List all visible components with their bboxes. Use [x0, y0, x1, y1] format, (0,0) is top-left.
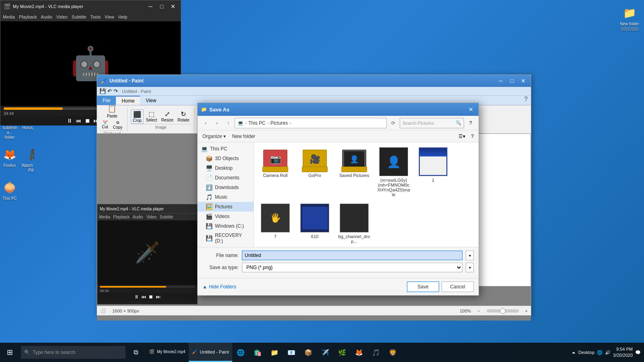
- dialog-close-btn[interactable]: ✕: [466, 105, 475, 114]
- taskbar-iridium[interactable]: 🌿: [334, 343, 351, 362]
- file-7[interactable]: 🖐️ 7: [257, 202, 293, 245]
- save-button[interactable]: Save: [407, 282, 439, 292]
- taskbar-vlc[interactable]: 🎬 My Movie2.mp4: [146, 343, 189, 362]
- vlc2-play-btn[interactable]: ⏸: [134, 294, 139, 300]
- tray-network[interactable]: 🌐: [597, 350, 603, 355]
- vlc-menu-subtitle[interactable]: Subtitle: [72, 14, 87, 19]
- paint-save-quick-icon[interactable]: 💾: [99, 88, 106, 94]
- nav-up-btn[interactable]: ↑: [223, 118, 233, 128]
- vlc-maximize-btn[interactable]: □: [157, 2, 166, 11]
- select-btn[interactable]: ⬚ Select: [144, 109, 159, 124]
- file-long-name[interactable]: 👤 (m=ewILG0y)(mh=FMNOM0cXHYnQa4Z0)male: [376, 146, 412, 199]
- filetype-select[interactable]: PNG (*.png): [242, 263, 462, 272]
- crop-btn[interactable]: ⬛ Crop: [131, 109, 144, 124]
- breadcrumb-bar[interactable]: 💻 › This PC › Pictures ›: [235, 118, 387, 128]
- sidebar-videos[interactable]: 🎬 Videos: [198, 212, 254, 221]
- vlc2-stop-btn[interactable]: ⏹: [149, 294, 153, 300]
- cancel-button[interactable]: Cancel: [442, 282, 474, 292]
- taskbar-edge[interactable]: 🌐: [232, 343, 249, 362]
- help-btn[interactable]: ?: [466, 118, 475, 128]
- vlc2-menu-subtitle[interactable]: Subtitle: [160, 215, 173, 219]
- taskbar-store[interactable]: 🛍️: [249, 343, 266, 362]
- sidebar-3d-objects[interactable]: 📦 3D Objects: [198, 154, 254, 163]
- new-folder-btn[interactable]: New folder: [230, 133, 258, 140]
- file-saved-pictures[interactable]: 👤 Saved Pictures: [336, 146, 372, 199]
- view-help-btn[interactable]: ?: [469, 133, 475, 140]
- vlc-menu-audio[interactable]: Audio: [41, 14, 52, 19]
- vlc-menu-tools[interactable]: Tools: [90, 14, 101, 19]
- paint-maximize-btn[interactable]: □: [508, 76, 516, 85]
- sidebar-desktop[interactable]: 🖥️ Desktop: [198, 163, 254, 173]
- paint-redo-icon[interactable]: ↷: [114, 88, 118, 94]
- view-toggle-btn[interactable]: ☰▾: [457, 133, 467, 140]
- file-610[interactable]: 610: [297, 202, 333, 245]
- breadcrumb-thispc[interactable]: This PC: [248, 120, 266, 126]
- search-box[interactable]: Search Pictures 🔍: [400, 118, 464, 128]
- paint-help-btn[interactable]: ?: [521, 96, 531, 105]
- desktop-icon-tor-browser[interactable]: 🧅 This PC: [0, 178, 19, 204]
- taskbar-time[interactable]: 9:54 PM 3/20/2020: [613, 346, 633, 359]
- sidebar-documents[interactable]: 📄 Documents: [198, 173, 254, 183]
- vlc-menu-view[interactable]: View: [105, 14, 114, 19]
- sidebar-windows-c[interactable]: 💾 Windows (C:): [198, 221, 254, 231]
- file-bg-channel[interactable]: bg_channel_drop...: [336, 202, 372, 245]
- sidebar-pictures[interactable]: 🖼️ Pictures: [198, 202, 254, 212]
- paint-tab-view[interactable]: View: [140, 96, 162, 105]
- sidebar-music[interactable]: 🎵 Music: [198, 192, 254, 202]
- cut-btn[interactable]: ✂️ Cut: [100, 119, 110, 130]
- vlc-play-btn[interactable]: ⏸: [67, 117, 72, 124]
- nav-forward-btn[interactable]: ›: [212, 118, 222, 128]
- vlc-menu-playback[interactable]: Playback: [19, 14, 37, 19]
- nav-back-btn[interactable]: ‹: [201, 118, 211, 128]
- zoom-out-btn[interactable]: −: [477, 309, 480, 313]
- rotate-btn[interactable]: ↻ Rotate: [176, 109, 191, 124]
- taskbar-tripadvisor[interactable]: ✈️: [317, 343, 334, 362]
- vlc2-menu-media[interactable]: Media: [99, 215, 110, 219]
- task-view-btn[interactable]: ⧉: [127, 343, 144, 362]
- filename-input[interactable]: [242, 251, 462, 260]
- vlc-prev-btn[interactable]: ⏮: [76, 117, 81, 124]
- vlc-menu-help[interactable]: Help: [118, 14, 128, 19]
- vlc-stop-btn[interactable]: ⏹: [85, 117, 90, 124]
- desktop-icon-watch-red-pill[interactable]: 🎥 Watch The Red Pill 20...: [19, 145, 34, 175]
- paint-tab-home[interactable]: Home: [116, 96, 140, 105]
- taskbar-amazon[interactable]: 📦: [300, 343, 317, 362]
- copy-btn[interactable]: ⧉ Copy: [111, 119, 124, 130]
- filename-dropdown-btn[interactable]: ▾: [466, 251, 474, 260]
- vlc-close-btn[interactable]: ✕: [169, 2, 178, 11]
- tray-notification[interactable]: 🗨️: [635, 350, 641, 355]
- hide-folders-btn[interactable]: ▲ Hide Folders: [202, 284, 236, 290]
- paste-btn[interactable]: 📋 Paste: [105, 105, 120, 119]
- taskbar-firefox-taskbar[interactable]: 🦊: [351, 343, 367, 362]
- sidebar-this-pc[interactable]: 💻 This PC: [198, 144, 254, 154]
- paint-close-btn[interactable]: ✕: [519, 76, 528, 85]
- desktop-icon-firefox[interactable]: 🦊 Firefox: [0, 145, 19, 175]
- desktop-icon-new-folder[interactable]: 📁 New folder 3/20/2020: [618, 3, 641, 33]
- vlc-menu-media[interactable]: Media: [3, 14, 15, 19]
- nav-refresh-btn[interactable]: ⟳: [388, 118, 398, 128]
- file-camera-roll[interactable]: 📷 Camera Roll: [257, 146, 293, 199]
- vlc2-menu-playback[interactable]: Playback: [113, 215, 130, 219]
- file-gopro[interactable]: 🎥 GoPro: [297, 146, 333, 199]
- start-button[interactable]: ⊞: [0, 343, 19, 362]
- vlc2-menu-audio[interactable]: Audio: [133, 215, 143, 219]
- zoom-slider[interactable]: [487, 309, 519, 313]
- sidebar-recovery-d[interactable]: 💾 RECOVERY (D:): [198, 231, 254, 245]
- tray-arrow[interactable]: ⏶: [572, 350, 576, 355]
- vlc-menu-video[interactable]: Video: [56, 14, 68, 19]
- vlc2-prev-btn[interactable]: ⏮: [141, 294, 146, 300]
- taskbar-explorer[interactable]: 📁: [266, 343, 283, 362]
- zoom-in-btn[interactable]: +: [525, 309, 528, 313]
- breadcrumb-pictures[interactable]: Pictures: [270, 120, 288, 126]
- taskbar-paint[interactable]: 🖌️ Untitled - Paint: [189, 343, 232, 362]
- file-1[interactable]: 1: [415, 146, 451, 199]
- filetype-dropdown-btn[interactable]: ▾: [466, 263, 474, 272]
- paint-minimize-btn[interactable]: ─: [496, 76, 505, 85]
- paint-tab-file[interactable]: File: [97, 96, 116, 105]
- resize-btn[interactable]: ⤢ Resize: [159, 109, 175, 124]
- organize-btn[interactable]: Organize ▾: [201, 133, 227, 140]
- vlc2-menu-video[interactable]: Video: [146, 215, 156, 219]
- tray-sound[interactable]: 🔊: [605, 350, 611, 355]
- vlc2-next-btn[interactable]: ⏭: [156, 294, 161, 300]
- paint-undo-icon[interactable]: ↶: [107, 88, 112, 94]
